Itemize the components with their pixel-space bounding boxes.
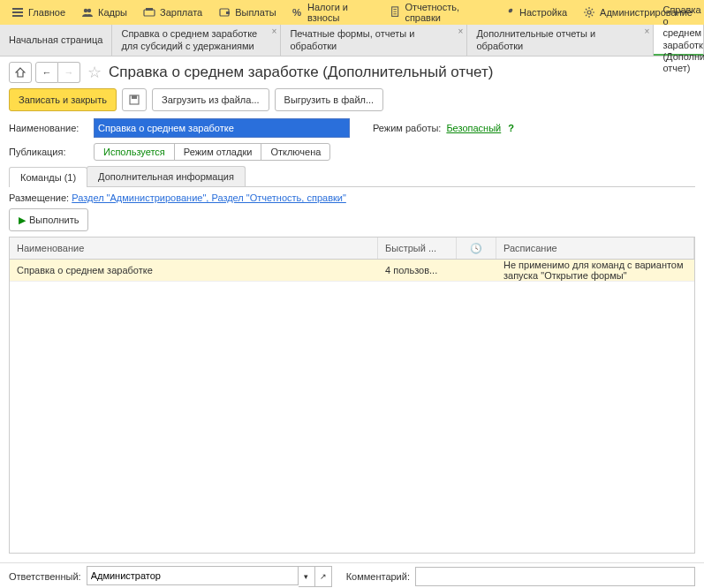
tab-current-report[interactable]: Справка о среднем заработк (Дополнительн…	[654, 25, 704, 56]
back-button[interactable]: ←	[35, 62, 58, 83]
name-row: Наименование: Режим работы: Безопасный ?	[9, 118, 695, 138]
tab-additional-reports[interactable]: Дополнительные отчеты и обработки ×	[467, 25, 654, 56]
save-and-close-button[interactable]: Записать и закрыть	[9, 88, 117, 111]
document-icon	[390, 6, 400, 19]
menu-settings-label: Настройка	[519, 7, 567, 18]
close-icon[interactable]: ×	[458, 26, 464, 37]
menu-personnel-label: Кадры	[98, 7, 127, 18]
sub-tabs: Команды (1) Дополнительная информация	[9, 166, 695, 187]
open-icon: ↗	[320, 572, 327, 581]
subtab-info[interactable]: Дополнительная информация	[87, 166, 246, 186]
home-button[interactable]	[9, 62, 32, 83]
open-button[interactable]: ↗	[315, 566, 332, 587]
svg-rect-5	[226, 11, 230, 14]
name-label: Наименование:	[9, 123, 88, 133]
page-title: Справка о среднем заработке (Дополнитель…	[109, 64, 493, 81]
hamburger-icon	[11, 6, 24, 19]
publication-debug[interactable]: Режим отладки	[175, 144, 262, 160]
mode-label: Режим работы:	[373, 123, 441, 133]
menu-reports-label: Отчетность, справки	[405, 2, 487, 23]
tab-cert-subsidies[interactable]: Справка о среднем заработке для субсидий…	[112, 25, 281, 56]
wrench-icon	[503, 6, 515, 19]
menu-taxes[interactable]: % Налоги и взносы	[284, 0, 382, 25]
commands-grid: Наименование Быстрый ... 🕓 Расписание Сп…	[9, 237, 695, 554]
people-icon	[81, 6, 94, 19]
nav-back-forward: ← →	[35, 62, 80, 83]
publication-off[interactable]: Отключена	[261, 144, 329, 160]
publication-row: Публикация: Используется Режим отладки О…	[9, 143, 695, 161]
menu-payments[interactable]: Выплаты	[210, 0, 284, 25]
favorite-star-icon[interactable]: ☆	[87, 63, 102, 82]
cell-quick: 4 пользов...	[378, 265, 457, 275]
tab-start-label: Начальная страница	[9, 34, 102, 46]
col-clock[interactable]: 🕓	[457, 237, 496, 259]
menu-taxes-label: Налоги и взносы	[307, 2, 374, 23]
button-label: Выгрузить в файл...	[284, 94, 375, 105]
cell-name: Справка о среднем заработке	[10, 265, 378, 275]
comment-label: Комментарий:	[346, 571, 410, 582]
dropdown-button[interactable]: ▾	[299, 566, 315, 587]
menu-personnel[interactable]: Кадры	[73, 0, 135, 25]
grid-body[interactable]: Справка о среднем заработке 4 пользов...…	[10, 260, 694, 553]
save-to-file-button[interactable]: Выгрузить в файл...	[275, 88, 384, 111]
home-icon	[15, 67, 26, 78]
button-label: Записать и закрыть	[19, 94, 107, 105]
svg-point-1	[87, 9, 91, 12]
tab-label: Справка о среднем заработке	[121, 28, 271, 40]
help-icon[interactable]: ?	[508, 123, 514, 133]
svg-point-0	[84, 9, 87, 12]
subtab-commands[interactable]: Команды (1)	[9, 167, 87, 187]
save-button[interactable]	[122, 88, 147, 111]
publication-radio-group: Используется Режим отладки Отключена	[94, 143, 330, 161]
page-content: ← → ☆ Справка о среднем заработке (Допол…	[0, 57, 704, 562]
arrow-right-icon: →	[64, 67, 74, 78]
title-bar: ← → ☆ Справка о среднем заработке (Допол…	[9, 62, 695, 83]
name-input[interactable]	[94, 118, 350, 138]
comment-input[interactable]	[415, 567, 695, 586]
tab-start-page[interactable]: Начальная страница	[0, 25, 112, 56]
placement-row: Размещение: Раздел "Администрирование", …	[9, 192, 695, 203]
clock-icon: 🕓	[470, 243, 482, 254]
tab-label: для субсидий с удержаниями	[121, 41, 271, 52]
close-icon[interactable]: ×	[272, 26, 277, 37]
tab-label: Печатные формы, отчеты и обработки	[290, 28, 458, 51]
button-label: Выполнить	[29, 215, 79, 225]
tab-label: Справка о среднем заработк	[662, 4, 694, 51]
menu-salary-label: Зарплата	[160, 7, 202, 18]
wallet-icon	[218, 6, 231, 19]
menu-reports[interactable]: Отчетность, справки	[382, 0, 495, 25]
placement-link[interactable]: Раздел "Администрирование", Раздел "Отче…	[72, 192, 346, 203]
responsible-input[interactable]	[87, 566, 299, 585]
gear-icon	[583, 6, 595, 19]
button-label: Загрузить из файла...	[162, 94, 260, 105]
tab-print-forms[interactable]: Печатные формы, отчеты и обработки ×	[281, 25, 467, 56]
play-icon: ▶	[19, 215, 26, 226]
publication-label: Публикация:	[9, 147, 88, 157]
chevron-down-icon: ▾	[304, 572, 308, 581]
col-name[interactable]: Наименование	[10, 237, 378, 259]
svg-point-8	[587, 11, 591, 14]
menu-settings[interactable]: Настройка	[495, 0, 575, 25]
execute-button[interactable]: ▶ Выполнить	[9, 208, 88, 231]
arrow-left-icon: ←	[42, 67, 52, 78]
svg-rect-2	[144, 10, 155, 16]
publication-used[interactable]: Используется	[95, 144, 175, 160]
table-row[interactable]: Справка о среднем заработке 4 пользов...…	[10, 260, 694, 282]
menu-payments-label: Выплаты	[235, 7, 276, 18]
grid-header: Наименование Быстрый ... 🕓 Расписание	[10, 237, 694, 260]
document-tabs: Начальная страница Справка о среднем зар…	[0, 25, 704, 57]
cell-schedule: Не применимо для команд с вариантом запу…	[496, 260, 694, 281]
close-icon[interactable]: ×	[645, 26, 650, 37]
footer-bar: Ответственный: ▾ ↗ Комментарий:	[0, 562, 704, 588]
load-from-file-button[interactable]: Загрузить из файла...	[152, 88, 269, 111]
percent-icon: %	[292, 6, 303, 19]
main-menu-bar: Главное Кадры Зарплата Выплаты % Налоги …	[0, 0, 704, 25]
menu-salary[interactable]: Зарплата	[135, 0, 210, 25]
col-quick[interactable]: Быстрый ...	[378, 237, 457, 259]
col-schedule[interactable]: Расписание	[496, 237, 694, 259]
forward-button[interactable]: →	[58, 62, 80, 83]
action-toolbar: Записать и закрыть Загрузить из файла...…	[9, 88, 695, 111]
menu-main[interactable]: Главное	[4, 0, 73, 25]
placement-label: Размещение:	[9, 192, 69, 203]
mode-value-link[interactable]: Безопасный	[446, 123, 501, 133]
